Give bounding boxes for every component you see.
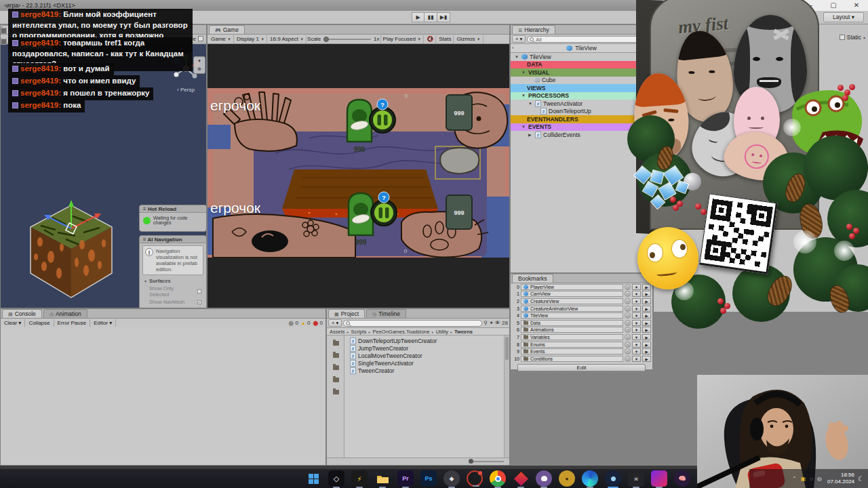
tree-item-tileview[interactable]: ▼ TileView bbox=[511, 53, 652, 61]
nav-surfaces-section[interactable]: ▼Surfaces bbox=[140, 277, 206, 285]
game-viewport[interactable]: 999 ? 999 0 bbox=[208, 44, 509, 308]
scene-overlay-toolbar[interactable]: ▾⊕ bbox=[193, 56, 205, 74]
stats-button[interactable]: Stats bbox=[437, 35, 454, 43]
tree-item-visual[interactable]: ▼VISUAL bbox=[511, 68, 652, 77]
media-app-icon[interactable] bbox=[651, 470, 667, 487]
scale-slider[interactable] bbox=[323, 39, 371, 40]
steam-icon[interactable] bbox=[605, 470, 621, 487]
bookmark-dropdown-button[interactable]: ▼ bbox=[632, 348, 641, 354]
chrome-icon[interactable] bbox=[490, 470, 506, 487]
card-bottom[interactable] bbox=[349, 193, 373, 235]
bookmark-target-button[interactable]: ◎ bbox=[625, 320, 631, 326]
tree-item-cube[interactable]: Cube bbox=[511, 77, 652, 85]
console-editor-dropdown[interactable]: Editor ▾ bbox=[90, 319, 116, 327]
file-row[interactable]: #LocalMoveTweenCreator bbox=[344, 352, 504, 359]
tree-item-views[interactable]: VIEWS bbox=[511, 84, 652, 92]
layout-dropdown[interactable]: Layout ▾ bbox=[823, 12, 864, 22]
bookmark-go-button[interactable]: ▶ bbox=[642, 327, 651, 333]
file-row[interactable]: #DownTeleportUpTweenCreator bbox=[344, 337, 504, 344]
hidden-count-badge[interactable]: 👁 28 bbox=[495, 320, 508, 326]
bookmark-target-button[interactable]: ◎ bbox=[625, 298, 631, 304]
tab-console[interactable]: ▤Console bbox=[2, 309, 42, 318]
github-desktop-icon[interactable] bbox=[536, 470, 552, 487]
bookmark-go-button[interactable]: ▶ bbox=[642, 356, 651, 362]
tree-item-processors[interactable]: ▼PROCESSORS bbox=[511, 92, 652, 100]
search-by-label-icon[interactable]: ✦ bbox=[489, 320, 494, 326]
bookmark-go-button[interactable]: ▶ bbox=[642, 348, 651, 354]
bookmark-target-button[interactable]: ◎ bbox=[625, 356, 631, 362]
tray-app-icon[interactable]: ◍ bbox=[817, 476, 822, 482]
card-top[interactable] bbox=[347, 100, 372, 142]
step-button[interactable]: ▶▮ bbox=[437, 12, 450, 22]
bookmarks-edit-button[interactable]: Edit bbox=[517, 364, 646, 371]
hierarchy-search[interactable]: All bbox=[527, 36, 651, 43]
bookmark-dropdown-button[interactable]: ▼ bbox=[632, 320, 641, 326]
prefab-header-name[interactable]: TileView bbox=[575, 45, 597, 52]
file-row[interactable]: #JumpTweenCreator bbox=[344, 344, 504, 352]
premiere-icon[interactable]: Pr bbox=[397, 470, 414, 487]
mute-audio-button[interactable]: 🔇 bbox=[425, 35, 436, 43]
bookmark-go-button[interactable]: ▶ bbox=[642, 306, 651, 312]
add-object-button[interactable]: + ▾ bbox=[512, 35, 526, 43]
chevron-down-icon[interactable]: ▾ bbox=[863, 35, 865, 40]
play-button[interactable]: ▶ bbox=[412, 12, 425, 22]
thumbnail-zoom-slider[interactable] bbox=[469, 461, 504, 462]
tree-item-events[interactable]: ▼EVENTS bbox=[511, 123, 652, 131]
file-row[interactable]: #TweenCreator bbox=[344, 367, 504, 374]
deck-bottom[interactable]: 999 bbox=[446, 195, 472, 229]
bookmark-go-button[interactable]: ▶ bbox=[642, 284, 651, 290]
gold-app-icon[interactable]: ● bbox=[559, 470, 575, 487]
edge-icon[interactable] bbox=[582, 470, 598, 487]
static-checkbox[interactable] bbox=[840, 35, 845, 40]
bookmark-dropdown-button[interactable]: ▼ bbox=[632, 334, 641, 340]
deck-top[interactable]: 999 bbox=[446, 95, 472, 130]
dark-app-icon[interactable]: ☠ bbox=[628, 470, 644, 487]
tree-item-downteleportup[interactable]: #DownTeleportUp bbox=[511, 108, 652, 116]
tab-project[interactable]: ▦Project bbox=[328, 309, 365, 318]
bookmark-target-button[interactable]: ◎ bbox=[625, 284, 631, 290]
breadcrumb-scripts[interactable]: Scripts bbox=[351, 329, 367, 335]
error-count[interactable]: ⬤ 0 bbox=[313, 320, 323, 326]
bookmark-go-button[interactable]: ▶ bbox=[642, 291, 651, 297]
bookmark-go-button[interactable]: ▶ bbox=[642, 334, 651, 340]
tab-timeline[interactable]: ◷Timeline bbox=[366, 309, 406, 318]
aspect-dropdown[interactable]: 16:9 Aspect ▼ bbox=[268, 35, 307, 43]
bookmark-dropdown-button[interactable]: ▼ bbox=[632, 284, 641, 290]
display-target-dropdown[interactable]: Game ▼ bbox=[209, 35, 234, 43]
bookmark-target-button[interactable]: ◎ bbox=[625, 334, 631, 340]
rider-icon[interactable] bbox=[513, 470, 529, 487]
play-focused-dropdown[interactable]: Play Focused ▼ bbox=[380, 35, 425, 43]
add-asset-button[interactable]: + ▾ bbox=[328, 319, 342, 327]
terminal-app-icon[interactable]: ⚡ bbox=[351, 470, 368, 487]
breadcrumb-tweens[interactable]: Tweens bbox=[454, 329, 473, 335]
console-error-pause-button[interactable]: Error Pause bbox=[54, 319, 91, 327]
minimize-button[interactable]: – bbox=[799, 0, 822, 11]
tray-app-icon[interactable]: ◌ bbox=[810, 476, 813, 482]
bookmark-dropdown-button[interactable]: ▼ bbox=[632, 342, 641, 348]
bookmark-dropdown-button[interactable]: ▼ bbox=[632, 306, 641, 312]
brain-app-icon[interactable]: 🧠 bbox=[674, 470, 690, 487]
bookmark-dropdown-button[interactable]: ▼ bbox=[632, 356, 641, 362]
bookmark-target-button[interactable]: ◎ bbox=[625, 342, 631, 348]
project-scrollbar[interactable] bbox=[504, 336, 509, 458]
bookmark-target-button[interactable]: ◎ bbox=[625, 291, 631, 297]
tab-game[interactable]: 🎮Game bbox=[209, 25, 245, 34]
tab-bookmarks[interactable]: Bookmarks bbox=[512, 274, 553, 283]
bookmark-go-button[interactable]: ▶ bbox=[642, 298, 651, 304]
unity-hub-icon[interactable]: ◆ bbox=[443, 470, 460, 487]
tree-item-data[interactable]: DATA bbox=[511, 61, 652, 69]
file-explorer-icon[interactable] bbox=[374, 470, 391, 487]
unity-editor-icon[interactable]: ◇ bbox=[328, 470, 344, 487]
console-collapse-button[interactable]: Collapse bbox=[25, 319, 54, 327]
console-clear-button[interactable]: Clear ▾ bbox=[1, 319, 25, 327]
project-search[interactable] bbox=[343, 320, 482, 327]
search-by-type-icon[interactable]: ⚲ bbox=[484, 320, 488, 326]
prefab-back-arrow[interactable]: ‹ bbox=[512, 45, 519, 51]
bookmark-go-button[interactable]: ▶ bbox=[642, 312, 651, 319]
breadcrumb-assets[interactable]: Assets bbox=[330, 329, 345, 335]
file-row[interactable]: #SingleTweenActivator bbox=[344, 359, 504, 367]
tray-chevron-up-icon[interactable]: ⌃ bbox=[792, 476, 797, 482]
bookmark-dropdown-button[interactable]: ▼ bbox=[632, 298, 641, 304]
console-log-area[interactable] bbox=[1, 327, 326, 465]
hot-reload-header[interactable]: ≡ Hot Reload bbox=[140, 205, 206, 213]
